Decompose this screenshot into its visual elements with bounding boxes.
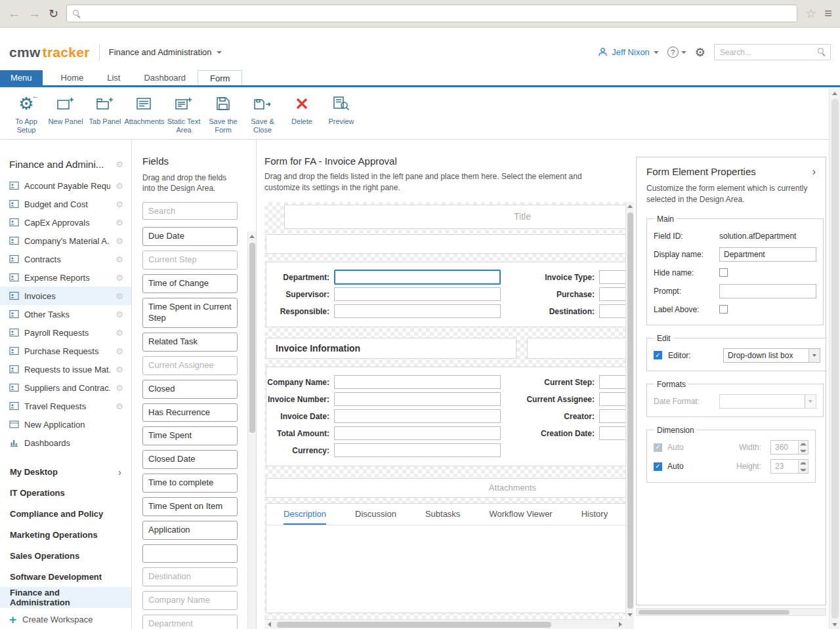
sidebar-section-item[interactable]: Marketing Operations [0,524,131,545]
prompt-input[interactable] [719,284,816,298]
detail-tab[interactable]: History [581,504,608,525]
app-gear-icon[interactable]: ⚙ [116,237,123,245]
draggable-field-button[interactable]: Time Spent on Item [142,497,238,516]
form-title-block[interactable]: Title [284,205,625,229]
sidebar-new-application[interactable]: New Application [0,415,131,434]
field-input[interactable] [599,426,625,440]
field-input[interactable] [599,304,625,318]
browser-menu-icon[interactable]: ≡ [824,6,832,21]
scroll-down-icon[interactable] [626,610,634,619]
scroll-up-icon[interactable] [626,202,634,211]
browser-refresh-icon[interactable]: ↻ [49,8,58,20]
scrollbar-thumb[interactable] [627,213,633,609]
sidebar-app-item[interactable]: Travel Requests ⚙ [0,397,131,415]
scroll-up-icon[interactable] [830,89,840,98]
save-form-button[interactable]: Save the Form [203,92,243,134]
browser-back-icon[interactable]: ← [8,7,20,20]
delete-button[interactable]: Delete [282,92,322,126]
hide-name-checkbox[interactable] [719,268,728,277]
sidebar-app-item[interactable]: Payroll Requests ⚙ [0,323,131,342]
settings-gear-icon[interactable]: ⚙ [695,47,705,58]
canvas-horizontal-scrollbar[interactable] [264,619,625,629]
attachments-button[interactable]: Attachments [125,92,164,126]
scroll-right-icon[interactable] [616,620,625,629]
display-name-input[interactable] [719,247,816,262]
nav-tab[interactable]: Form [198,70,242,85]
field-input[interactable] [599,287,625,301]
field-input[interactable] [599,409,625,423]
field-input[interactable] [334,375,501,389]
sidebar-app-item[interactable]: Purchase Requests ⚙ [0,342,131,360]
field-input[interactable] [334,270,501,285]
scroll-left-icon[interactable] [264,620,274,629]
user-menu[interactable]: Jeff Nixon [598,47,659,57]
section-header-continuation[interactable] [527,338,625,359]
preview-button[interactable]: Preview [322,92,361,126]
draggable-field-button[interactable]: Department [142,615,238,629]
sidebar-section-item[interactable]: Compliance and Policy [0,503,131,524]
sidebar-section-item[interactable]: IT Operations [0,482,131,503]
auto-height-checkbox[interactable] [654,462,662,471]
create-workspace-button[interactable]: + Create Workspace [0,608,131,629]
nav-tab[interactable]: Home [49,70,96,85]
field-input[interactable] [334,426,501,440]
app-gear-icon[interactable]: ⚙ [116,347,123,355]
scrollbar-thumb[interactable] [277,622,551,628]
stepper-buttons[interactable] [798,460,808,473]
stepper-down-icon[interactable] [799,447,808,454]
sidebar-app-item[interactable]: Invoices ⚙ [0,287,131,305]
canvas-vertical-scrollbar[interactable] [625,202,634,619]
draggable-field-button[interactable]: Time to complete [142,474,238,493]
sidebar-app-item[interactable]: Account Payable Requ... ⚙ [0,176,131,195]
stepper-up-icon[interactable] [799,460,808,466]
properties-horizontal-scrollbar[interactable] [636,608,826,616]
editor-dropdown[interactable]: Drop-down list box [723,348,820,363]
app-gear-icon[interactable]: ⚙ [116,182,123,190]
detail-tab[interactable]: Subtasks [425,504,460,525]
draggable-field-button[interactable]: Time Spent [142,426,238,445]
new-panel-button[interactable]: New Panel [46,92,85,126]
sidebar-app-item[interactable]: Requests to issue Mat... ⚙ [0,360,131,378]
fields-search-input[interactable] [142,202,238,220]
to-app-setup-button[interactable]: ⚙← To App Setup [7,92,46,134]
field-input[interactable] [334,409,501,423]
sidebar-app-item[interactable]: Suppliers and Contrac... ⚙ [0,378,131,397]
sidebar-app-item[interactable]: Contracts ⚙ [0,250,131,268]
app-gear-icon[interactable]: ⚙ [116,329,123,337]
sidebar-section-item[interactable]: Finance and Administration [0,587,131,608]
collapse-panel-icon[interactable]: › [812,167,816,177]
attachments-block[interactable]: Attachments [266,478,625,498]
sidebar-section-item[interactable]: Software Development [0,566,131,587]
detail-tab[interactable]: Discussion [355,504,396,525]
search-icon[interactable] [818,48,826,56]
sidebar-app-item[interactable]: Expense Reports ⚙ [0,268,131,287]
fields-scrollbar[interactable] [247,232,256,629]
draggable-field-button[interactable]: Time of Change [142,274,238,293]
field-input[interactable] [334,287,501,301]
nav-tab[interactable]: List [95,70,132,85]
tab-panel-button[interactable]: Tab Panel [85,92,125,126]
nav-tab[interactable]: Dashboard [132,70,198,85]
field-input[interactable] [334,443,501,457]
page-scrollbar[interactable] [829,89,840,629]
field-input[interactable] [599,270,625,284]
editor-checkbox[interactable] [654,351,662,359]
chevron-down-icon[interactable] [808,349,820,362]
empty-row-block[interactable] [266,234,625,254]
draggable-field-button[interactable]: Current Assignee [142,356,238,375]
scrollbar-thumb[interactable] [249,243,255,433]
app-gear-icon[interactable]: ⚙ [116,274,123,282]
sidebar-dashboards[interactable]: Dashboards [0,434,131,452]
app-gear-icon[interactable]: ⚙ [116,255,123,264]
app-gear-icon[interactable]: ⚙ [116,310,123,319]
browser-address-bar[interactable] [66,5,797,22]
stepper-up-icon[interactable] [799,441,808,447]
global-search-input[interactable] [714,44,831,60]
draggable-field-button[interactable]: Closed Date [142,450,238,469]
sidebar-app-item[interactable]: CapEx Approvals ⚙ [0,213,131,232]
static-text-area-button[interactable]: Static Text Area [164,92,203,134]
save-and-close-button[interactable]: Save & Close [243,92,282,134]
draggable-field-button[interactable]: Closed [142,380,238,399]
sidebar-section-item[interactable]: My Desktop › [0,461,131,482]
menu-button[interactable]: Menu [0,70,43,85]
